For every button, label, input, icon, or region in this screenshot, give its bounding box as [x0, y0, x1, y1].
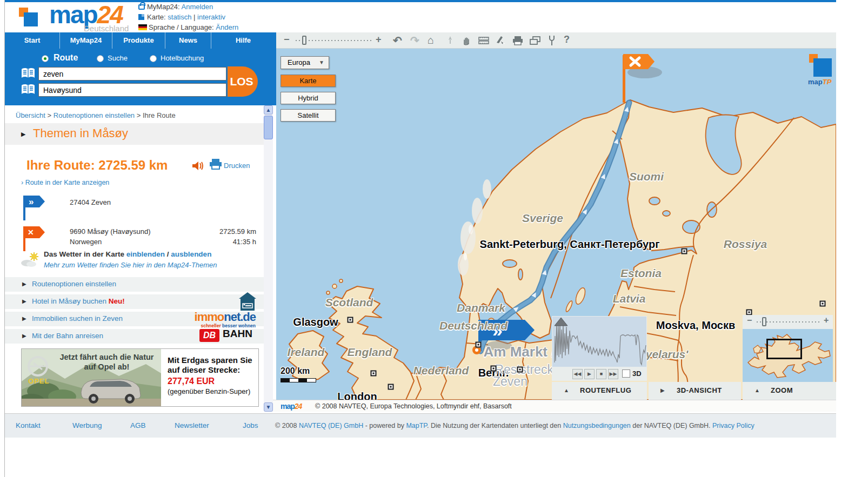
stop-button[interactable]: ■: [596, 369, 606, 379]
view-button-karte[interactable]: Karte: [281, 75, 336, 87]
navteq-link[interactable]: NAVTEQ (DE) GmbH: [299, 422, 363, 429]
routenflug-panel: ◀◀ ▶ ■ ▶▶ 3D: [552, 316, 647, 381]
scroll-thumb[interactable]: [264, 116, 273, 139]
3d-ansicht-panel-toggle[interactable]: ▶3D-ANSICHT: [649, 382, 741, 400]
footer-link-werbung[interactable]: Werbung: [72, 421, 102, 429]
new-window-icon[interactable]: [530, 36, 540, 45]
nav-tab-start[interactable]: Start: [5, 32, 60, 49]
overview-zoom-in[interactable]: +: [824, 315, 829, 325]
static-map-link[interactable]: statisch: [168, 13, 191, 21]
radio-hotelbuchung[interactable]: [150, 55, 157, 62]
route-to-input[interactable]: [38, 83, 226, 97]
maptp-link[interactable]: MapTP: [406, 422, 427, 429]
nav-tab-news[interactable]: News: [165, 32, 211, 49]
footer-link-newsletter[interactable]: Newsletter: [175, 421, 209, 429]
help-icon[interactable]: ?: [564, 34, 570, 45]
nutzungsbedingungen-link[interactable]: Nutzungsbedingungen: [563, 422, 631, 429]
breadcrumb-routenoptionen[interactable]: Routenoptionen einstellen: [54, 111, 135, 119]
view-button-hybrid[interactable]: Hybrid: [281, 92, 336, 104]
breadcrumb-uebersicht[interactable]: Übersicht: [16, 111, 45, 119]
nav-tab-mymap24[interactable]: MyMap24: [60, 32, 112, 49]
pan-hand-icon[interactable]: [462, 36, 471, 45]
print-route-icon[interactable]: [209, 158, 222, 170]
zoom-in-button[interactable]: +: [376, 34, 382, 45]
weather-more-link[interactable]: Mehr zum Wetter finden Sie hier in den M…: [44, 261, 217, 269]
speaker-icon[interactable]: [191, 160, 204, 171]
print-icon[interactable]: [512, 36, 523, 45]
show-route-link[interactable]: › Route in der Karte anzeigen: [21, 179, 109, 186]
zoom-panel-toggle[interactable]: ▲ZOOM: [743, 382, 836, 400]
rewind-button[interactable]: ◀◀: [572, 369, 583, 379]
zoom-overview-panel: − +: [743, 315, 833, 382]
overview-minimap[interactable]: [743, 329, 833, 382]
section-routenoptionen[interactable]: ▶Routenoptionen einstellen: [5, 277, 264, 292]
measure-ruler-icon[interactable]: [478, 36, 489, 45]
map-label: Sankt-Peterburg, Санкт-Петербург: [480, 238, 660, 251]
map-label: London: [337, 391, 377, 400]
map-label: Suomi: [629, 170, 664, 183]
radio-route-label[interactable]: Route: [54, 53, 78, 63]
nav-tab-hilfe[interactable]: Hilfe: [211, 32, 275, 49]
sidebar-scrollbar[interactable]: ▲ ▼: [264, 105, 273, 412]
home-icon[interactable]: ⌂: [428, 34, 434, 46]
triangle-icon: ▶: [22, 333, 26, 339]
scroll-up-button[interactable]: ▲: [264, 105, 273, 115]
weather-show-link[interactable]: einblenden: [126, 250, 165, 258]
themen-header[interactable]: ▶ Themen in Måsøy: [5, 123, 264, 145]
zoom-out-button[interactable]: −: [284, 34, 290, 45]
top-strip: [5, 0, 836, 2]
zoom-slider-handle[interactable]: [302, 36, 306, 45]
nav-tab-produkte[interactable]: Produkte: [112, 32, 165, 49]
region-selector[interactable]: Europa▼: [281, 56, 329, 69]
footer-link-kontakt[interactable]: Kontakt: [16, 421, 41, 429]
route-from-input[interactable]: [38, 67, 226, 80]
map24-logo[interactable]: map24 Deutschland: [19, 4, 138, 32]
zoom-slider-track[interactable]: [296, 40, 371, 41]
settings-wrench-icon[interactable]: [547, 35, 556, 46]
section-hotel[interactable]: ▶Hotel in Måsøy buchen Neu!: [5, 294, 264, 309]
logo-blue-square: [24, 12, 38, 26]
radio-route[interactable]: [42, 55, 49, 62]
footer-link-agb[interactable]: AGB: [130, 421, 146, 429]
triangle-icon: ▶: [22, 315, 26, 321]
hotel-icon: [238, 292, 257, 311]
play-button[interactable]: ▶: [584, 369, 595, 379]
ad-text-panel: Mit Erdgas sparen Sie auf dieser Strecke…: [161, 349, 258, 406]
overview-zoom-slider: − +: [743, 315, 833, 329]
advertisement[interactable]: OPEL Jetzt fährt auch die Natur auf Opel…: [21, 348, 259, 407]
scroll-down-button[interactable]: ▼: [264, 402, 273, 412]
los-submit-button[interactable]: LOS: [228, 66, 258, 97]
fast-forward-button[interactable]: ▶▶: [608, 369, 618, 379]
breadcrumb-sep: >: [137, 111, 141, 119]
privacy-policy-link[interactable]: Privacy Policy: [712, 422, 755, 429]
3d-checkbox[interactable]: [622, 369, 630, 378]
map-label: Latvia: [613, 292, 646, 305]
footer: Kontakt Werbung AGB Newsletter Jobs © 20…: [5, 413, 836, 438]
login-link[interactable]: Anmelden: [182, 3, 213, 11]
city-marker-icon: [491, 366, 497, 372]
overview-slider-handle[interactable]: [762, 317, 766, 326]
pin-icon[interactable]: [445, 36, 455, 45]
view-button-satellit[interactable]: Satellit: [281, 109, 336, 122]
drucken-link[interactable]: Drucken: [224, 162, 250, 170]
themen-heading: Themen in Måsøy: [33, 126, 128, 140]
radio-hotelbuchung-label[interactable]: Hotelbuchung: [161, 54, 204, 62]
radio-suche[interactable]: [97, 55, 104, 62]
overview-zoom-out[interactable]: −: [747, 315, 752, 325]
redo-icon[interactable]: ↷: [410, 34, 419, 47]
map-canvas[interactable]: » SuomiSverigeRossiyaEstoniaLatviaDanmar…: [276, 49, 836, 400]
radio-suche-label[interactable]: Suche: [108, 54, 128, 62]
map-mode-icon: [138, 14, 144, 20]
interactive-map-link[interactable]: interaktiv: [197, 13, 225, 21]
immonet-logo[interactable]: immonet.de schneller besser wohnen: [184, 311, 256, 328]
db-bahn-logo[interactable]: DBBAHN: [199, 329, 252, 342]
address-book-icon: [21, 84, 35, 96]
footer-link-jobs[interactable]: Jobs: [243, 421, 258, 429]
svg-text:✕: ✕: [28, 228, 34, 237]
overview-viewport-rect[interactable]: [766, 339, 802, 359]
routenflug-panel-toggle[interactable]: ▲ROUTENFLUG: [552, 382, 647, 400]
undo-icon[interactable]: ↶: [393, 34, 402, 47]
language-change-link[interactable]: Ändern: [216, 23, 238, 31]
draw-cursor-icon[interactable]: [496, 35, 505, 46]
weather-hide-link[interactable]: ausblenden: [171, 250, 211, 258]
